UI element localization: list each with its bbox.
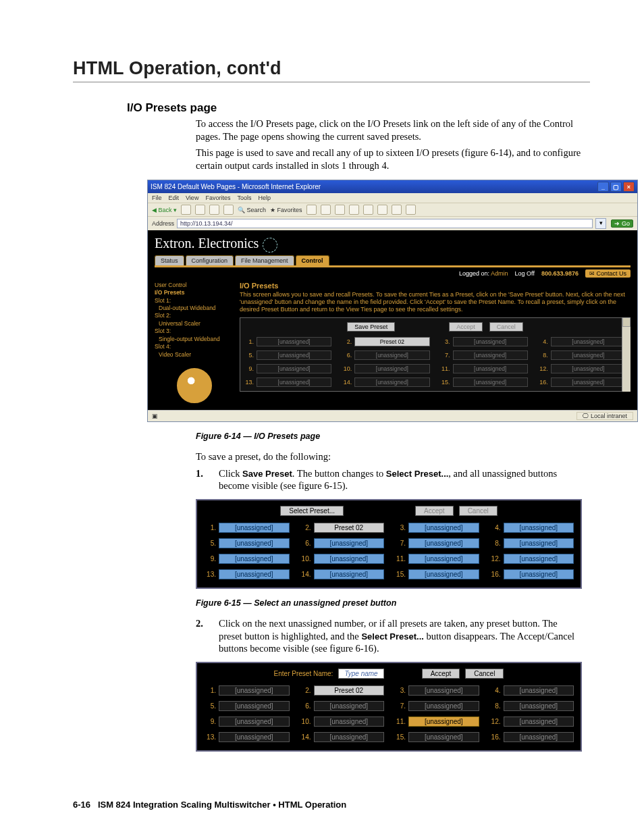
messenger-icon[interactable] bbox=[406, 205, 416, 215]
preset-button-8[interactable]: [unassigned] bbox=[504, 701, 574, 711]
close-icon[interactable]: × bbox=[623, 182, 635, 192]
preset-button-14[interactable]: [unassigned] bbox=[314, 569, 385, 579]
preset-button-9[interactable]: [unassigned] bbox=[219, 716, 290, 727]
preset-button-13[interactable]: [unassigned] bbox=[257, 377, 331, 387]
preset-button-14[interactable]: [unassigned] bbox=[354, 377, 429, 387]
preset-button-4[interactable]: [unassigned] bbox=[504, 523, 574, 533]
preset-name-input[interactable]: Type name bbox=[338, 669, 383, 679]
preset-button-2[interactable]: Preset 02 bbox=[314, 685, 385, 696]
preset-button-5[interactable]: [unassigned] bbox=[257, 350, 331, 360]
menu-item-view[interactable]: View bbox=[186, 194, 198, 201]
preset-button-2[interactable]: Preset 02 bbox=[314, 523, 385, 533]
forward-icon[interactable] bbox=[181, 205, 191, 215]
preset-button-5[interactable]: [unassigned] bbox=[219, 701, 290, 711]
menu-item-help[interactable]: Help bbox=[258, 194, 271, 201]
search-button[interactable]: 🔍 Search bbox=[238, 207, 266, 213]
preset-button-5[interactable]: [unassigned] bbox=[219, 538, 290, 548]
menu-item-file[interactable]: File bbox=[152, 194, 162, 201]
preset-button-3[interactable]: [unassigned] bbox=[408, 523, 479, 533]
history-icon[interactable] bbox=[321, 205, 331, 215]
edit-icon[interactable] bbox=[363, 205, 373, 215]
mail-icon[interactable] bbox=[335, 205, 345, 215]
preset-button-6[interactable]: [unassigned] bbox=[314, 701, 385, 711]
stop-icon[interactable] bbox=[195, 205, 205, 215]
preset-button-2[interactable]: Preset 02 bbox=[354, 337, 429, 346]
preset-cell: 9.[unassigned] bbox=[204, 716, 290, 727]
preset-button-15[interactable]: [unassigned] bbox=[453, 377, 528, 387]
menu-item-edit[interactable]: Edit bbox=[169, 194, 180, 201]
preset-button-16[interactable]: [unassigned] bbox=[504, 732, 574, 742]
preset-button-16[interactable]: [unassigned] bbox=[504, 569, 574, 579]
scrollbar[interactable] bbox=[622, 317, 630, 392]
select-preset-button[interactable]: Select Preset... bbox=[280, 506, 344, 516]
preset-button-8[interactable]: [unassigned] bbox=[504, 538, 574, 548]
sidebar-item[interactable]: Dual-output Wideband bbox=[159, 305, 234, 312]
sidebar-item[interactable]: Slot 1: bbox=[155, 297, 234, 305]
preset-button-11[interactable]: [unassigned] bbox=[408, 716, 479, 727]
preset-button-6[interactable]: [unassigned] bbox=[314, 538, 385, 548]
address-dropdown-icon[interactable]: ▾ bbox=[595, 218, 606, 229]
preset-button-7[interactable]: [unassigned] bbox=[408, 701, 479, 711]
preset-button-14[interactable]: [unassigned] bbox=[314, 732, 385, 742]
contact-us-button[interactable]: ✉ Contact Us bbox=[585, 269, 630, 278]
preset-button-8[interactable]: [unassigned] bbox=[551, 350, 626, 360]
preset-button-4[interactable]: [unassigned] bbox=[551, 337, 626, 346]
go-button[interactable]: ➜ Go bbox=[611, 219, 633, 228]
preset-button-7[interactable]: [unassigned] bbox=[408, 538, 479, 548]
preset-button-1[interactable]: [unassigned] bbox=[219, 523, 290, 533]
maximize-icon[interactable]: ▢ bbox=[610, 182, 622, 192]
sidebar-item[interactable]: Slot 4: bbox=[155, 343, 234, 350]
preset-button-1[interactable]: [unassigned] bbox=[219, 685, 290, 696]
print-icon[interactable] bbox=[349, 205, 359, 215]
sidebar-item[interactable]: Universal Scaler bbox=[159, 320, 234, 328]
preset-button-13[interactable]: [unassigned] bbox=[219, 569, 290, 579]
cancel-button[interactable]: Cancel bbox=[465, 669, 504, 679]
sidebar-item[interactable]: Video Scaler bbox=[159, 351, 234, 359]
preset-button-12[interactable]: [unassigned] bbox=[504, 554, 574, 564]
minimize-icon[interactable]: _ bbox=[597, 182, 609, 192]
tab-configuration[interactable]: Configuration bbox=[186, 255, 234, 265]
preset-button-16[interactable]: [unassigned] bbox=[551, 377, 626, 387]
favorites-button[interactable]: ★ Favorites bbox=[270, 207, 302, 213]
tab-file management[interactable]: File Management bbox=[235, 255, 294, 265]
preset-button-11[interactable]: [unassigned] bbox=[453, 364, 528, 373]
discuss-icon[interactable] bbox=[377, 205, 387, 215]
sidebar-item[interactable]: I/O Presets bbox=[155, 289, 234, 296]
media-icon[interactable] bbox=[306, 205, 317, 215]
research-icon[interactable] bbox=[392, 205, 402, 215]
preset-button-10[interactable]: [unassigned] bbox=[314, 716, 385, 727]
preset-button-10[interactable]: [unassigned] bbox=[354, 364, 429, 373]
preset-button-15[interactable]: [unassigned] bbox=[408, 569, 479, 579]
preset-button-3[interactable]: [unassigned] bbox=[453, 337, 528, 346]
preset-button-9[interactable]: [unassigned] bbox=[219, 554, 290, 564]
sidebar-item[interactable]: Slot 3: bbox=[155, 328, 234, 335]
preset-button-6[interactable]: [unassigned] bbox=[354, 350, 429, 360]
accept-button[interactable]: Accept bbox=[422, 669, 460, 679]
preset-button-1[interactable]: [unassigned] bbox=[257, 337, 331, 346]
preset-button-3[interactable]: [unassigned] bbox=[408, 685, 479, 696]
preset-button-12[interactable]: [unassigned] bbox=[551, 364, 626, 373]
preset-cell: 15.[unassigned] bbox=[394, 732, 479, 742]
menu-item-tools[interactable]: Tools bbox=[237, 194, 251, 201]
preset-button-11[interactable]: [unassigned] bbox=[408, 554, 479, 564]
menu-item-favorites[interactable]: Favorites bbox=[205, 194, 230, 201]
preset-button-10[interactable]: [unassigned] bbox=[314, 554, 385, 564]
address-field[interactable]: http://10.13.194.34/ bbox=[177, 219, 593, 228]
preset-button-12[interactable]: [unassigned] bbox=[504, 716, 574, 727]
log-off-link[interactable]: Log Off bbox=[515, 270, 535, 277]
sidebar-item[interactable]: Slot 2: bbox=[155, 312, 234, 319]
preset-button-9[interactable]: [unassigned] bbox=[257, 364, 331, 373]
preset-button-13[interactable]: [unassigned] bbox=[219, 732, 290, 742]
page-footer: 6-16 ISM 824 Integration Scaling Multisw… bbox=[73, 800, 346, 810]
refresh-icon[interactable] bbox=[209, 205, 219, 215]
tab-status[interactable]: Status bbox=[155, 255, 184, 265]
preset-button-7[interactable]: [unassigned] bbox=[453, 350, 528, 360]
save-preset-button[interactable]: Save Preset bbox=[347, 322, 395, 332]
sidebar-item[interactable]: User Control bbox=[155, 282, 234, 289]
tab-control[interactable]: Control bbox=[296, 255, 329, 265]
preset-button-4[interactable]: [unassigned] bbox=[504, 685, 574, 696]
preset-button-15[interactable]: [unassigned] bbox=[408, 732, 479, 742]
sidebar-item[interactable]: Single-output Wideband bbox=[159, 336, 234, 343]
home-icon[interactable] bbox=[223, 205, 234, 215]
back-button[interactable]: ◀ Back ▾ bbox=[152, 207, 177, 213]
